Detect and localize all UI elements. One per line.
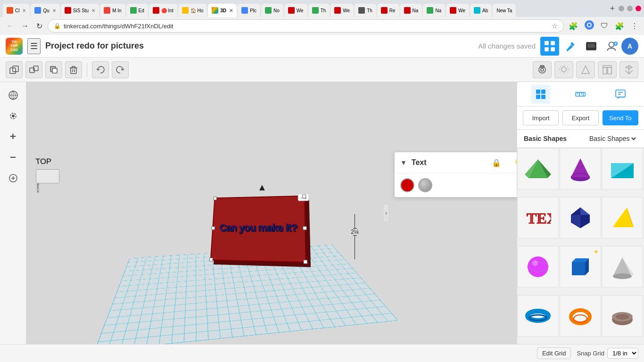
shape-item-blue-gem[interactable] — [560, 197, 601, 239]
fit-view-button[interactable] — [5, 170, 22, 187]
browser-tab-3[interactable]: SiS Stu ✕ — [61, 4, 99, 17]
handle-ml[interactable] — [211, 226, 215, 230]
edit-grid-button[interactable]: Edit Grid — [537, 347, 571, 359]
workspace-grid-button[interactable] — [540, 37, 559, 56]
cube-back-face[interactable]: BACK — [36, 183, 46, 197]
group-button[interactable] — [6, 61, 23, 78]
maximize-button[interactable] — [627, 6, 633, 11]
shape-item-blue-box[interactable]: ★ — [560, 246, 601, 288]
orbit-button[interactable] — [5, 107, 22, 124]
duplicate-button[interactable] — [45, 61, 62, 78]
material-picker[interactable] — [418, 178, 432, 192]
import-button[interactable]: Import — [523, 110, 559, 125]
user-avatar-button[interactable]: A — [621, 38, 638, 55]
bulb-icon[interactable]: 💡 — [512, 156, 517, 169]
tab-close-2[interactable]: ✕ — [52, 8, 56, 13]
forward-button[interactable]: → — [19, 21, 31, 31]
shape-item-grey-cone[interactable] — [602, 246, 643, 288]
browser-tab-17[interactable]: Na — [423, 4, 445, 17]
undo-button[interactable] — [92, 61, 109, 78]
text-panel-expand[interactable]: ▼ — [400, 159, 407, 166]
tab-close-8[interactable]: ✕ — [229, 8, 233, 13]
back-button[interactable]: ← — [4, 21, 16, 31]
ruler-tab-button[interactable] — [571, 85, 590, 104]
shape-item-yellow-pyramid[interactable] — [602, 197, 643, 239]
lock-icon[interactable]: 🔒 — [490, 156, 503, 169]
tab-close-3[interactable]: ✕ — [91, 8, 95, 13]
shape-button[interactable] — [576, 61, 595, 78]
browser-tab-8[interactable]: 3D ✕ — [208, 4, 237, 17]
shapes-tab-button[interactable] — [531, 85, 550, 104]
shield-icon[interactable]: 🛡 — [599, 21, 610, 31]
zoom-in-button[interactable]: + — [5, 128, 22, 145]
export-button[interactable]: Export — [562, 110, 598, 125]
bookmark-icon[interactable]: ☆ — [552, 22, 558, 30]
reload-button[interactable]: ↻ — [34, 21, 45, 32]
light-button[interactable] — [554, 61, 573, 78]
ungroup-button[interactable] — [25, 61, 42, 78]
shape-item-brown[interactable] — [602, 295, 643, 337]
collapse-right-panel[interactable]: › — [383, 204, 389, 222]
app-menu-button[interactable]: ☰ — [27, 38, 41, 54]
account-add-button[interactable] — [603, 37, 621, 56]
address-box[interactable]: 🔒 tinkercad.com/things/dWhF21fXnDL/edit … — [48, 19, 564, 33]
browser-tab-1[interactable]: Cl ✕ — [3, 4, 30, 17]
view-cube[interactable]: TOP BACK — [36, 157, 69, 190]
close-button[interactable] — [636, 6, 641, 11]
handle-tl[interactable] — [213, 197, 217, 200]
color-picker[interactable] — [400, 178, 414, 192]
camera-button[interactable] — [533, 61, 552, 78]
shape-item-orange-torus[interactable] — [560, 295, 601, 337]
send-to-button[interactable]: Send To — [603, 110, 638, 125]
zoom-out-button[interactable]: − — [5, 149, 22, 166]
browser-tab-7[interactable]: 🏠 Ho — [178, 4, 207, 17]
browser-tab-9[interactable]: Plc — [238, 4, 260, 17]
delete-button[interactable] — [65, 61, 82, 78]
collapse-icon[interactable]: › — [383, 204, 389, 222]
cube-top-face[interactable]: TOP — [35, 158, 60, 169]
shape-item-teal-wedge[interactable] — [602, 148, 643, 189]
text-box-body[interactable]: Can you make it? -¼ — [210, 196, 306, 263]
browser-tab-2[interactable]: Qu ✕ — [31, 4, 59, 17]
svg-point-53 — [528, 256, 548, 277]
new-tab-button[interactable]: + — [608, 4, 617, 14]
grid-button[interactable] — [598, 61, 617, 78]
browser-tab-12[interactable]: Th — [308, 4, 330, 17]
chrome-icon[interactable] — [583, 19, 596, 33]
shape-selector-dropdown[interactable]: Basic Shapes Featured Letters — [587, 134, 637, 143]
browser-tab-14[interactable]: Th — [355, 4, 376, 17]
browser-tab-6[interactable]: 🔴 Int — [149, 4, 177, 17]
extensions-icon[interactable]: 🧩 — [567, 21, 580, 32]
dark-mode-button[interactable] — [582, 37, 601, 56]
tab-close-1[interactable]: ✕ — [22, 8, 26, 13]
browser-tab-4[interactable]: M In — [100, 4, 125, 17]
redo-button[interactable] — [112, 61, 129, 78]
browser-tab-11[interactable]: We — [284, 4, 307, 17]
snap-grid-select[interactable]: 1/8 in 1/4 in 1/2 in 1 in — [607, 348, 638, 359]
more-options-icon[interactable]: ⋮ — [629, 21, 640, 32]
symmetry-button[interactable] — [619, 61, 638, 78]
canvas-area[interactable]: TOP BACK ▲ Can you make it? -¼ — [26, 82, 517, 344]
browser-tab-13[interactable]: We — [330, 4, 354, 17]
browser-tab-16[interactable]: Na — [400, 4, 422, 17]
browser-tab-15[interactable]: Re — [377, 4, 399, 17]
shape-item-green-pyramid[interactable] — [517, 148, 559, 189]
home-view-button[interactable] — [5, 87, 22, 104]
minimize-button[interactable] — [619, 6, 624, 11]
text-3d-object[interactable]: ▲ Can you make it? -¼ — [210, 195, 314, 280]
browser-tab-18[interactable]: We — [446, 4, 469, 17]
browser-tab-10[interactable]: No — [261, 4, 283, 17]
handle-br[interactable] — [303, 260, 307, 264]
notes-tab-button[interactable] — [611, 85, 630, 104]
browser-tab-5[interactable]: Ed — [126, 4, 148, 17]
shape-item-text[interactable]: TEXT — [517, 197, 559, 239]
puzzle-icon[interactable]: 🧩 — [613, 21, 626, 32]
browser-tab-20[interactable]: New Ta — [493, 4, 516, 17]
handle-mr[interactable] — [303, 226, 307, 230]
browser-tab-19[interactable]: Ab — [470, 4, 492, 17]
shape-item-purple-cone[interactable] — [560, 148, 601, 189]
editor-icon-button[interactable] — [561, 37, 580, 56]
shape-item-torus[interactable] — [517, 295, 559, 337]
shape-item-sphere[interactable] — [517, 246, 559, 288]
cube-front-face[interactable] — [36, 169, 59, 183]
